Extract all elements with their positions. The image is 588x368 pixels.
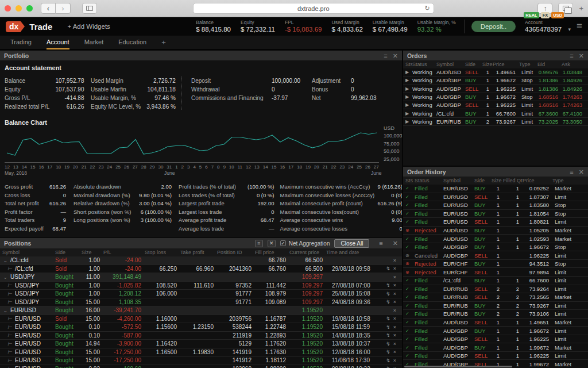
order-history-row[interactable]: ✓ Filled AUD/GBP SELL 1 1 1.96225 Limit (403, 352, 588, 361)
grouped-view-button[interactable]: ✕ (268, 240, 276, 247)
position-row[interactable]: ⌄/CL:cfd Sold 1.00 -24.00 66.760 66.500 … (0, 256, 402, 265)
horizontal-scrollbar[interactable] (404, 366, 512, 367)
expand-row-icon[interactable]: ▶ (405, 119, 412, 124)
new-tab-button[interactable]: + (579, 4, 583, 13)
column-header[interactable]: Sts (405, 178, 415, 183)
position-row[interactable]: ⊢EUR/USD Bought 0.10 -587.00 211919 1.22… (0, 332, 402, 340)
address-bar[interactable]: dxtrade.pro ↻ (193, 3, 434, 14)
expand-row-icon[interactable]: ▶ (405, 102, 412, 108)
reverse-position-icon[interactable]: ↯ (386, 358, 390, 363)
row-expand-icon[interactable]: ⊢ (7, 358, 13, 363)
close-position-icon[interactable]: × (393, 341, 396, 347)
close-position-icon[interactable]: × (393, 332, 396, 338)
order-history-row[interactable]: ✓ Filled EUR/USD BUY 1 1 1.81054 Stop (403, 210, 588, 218)
reverse-position-icon[interactable]: ↯ (386, 349, 390, 355)
column-header[interactable]: Filled Qty (503, 178, 523, 183)
order-history-row[interactable]: ⊗ Rejected EUR/CHF SELL 1 97.9894 Limit (403, 268, 588, 277)
position-row[interactable]: ⊢EUR/USD Sold 15.00 -4,260.00 1.16000 20… (0, 315, 402, 324)
row-expand-icon[interactable]: ⊢ (7, 332, 13, 338)
close-position-icon[interactable]: × (393, 291, 396, 297)
column-header[interactable]: Size (482, 62, 493, 67)
column-header[interactable]: Side (55, 250, 82, 255)
order-row[interactable]: ▶ Working /CL:cfd BUY 1 66.7600 Limit 67… (403, 109, 588, 117)
reverse-position-icon[interactable]: ↯ (386, 291, 390, 297)
order-history-row[interactable]: ✓ Filled EUR/USD SELL 1 1 1.80821 Limit (403, 218, 588, 227)
column-header[interactable]: Sts (405, 62, 412, 67)
reverse-position-icon[interactable]: ↯ (386, 332, 390, 338)
order-row[interactable]: ▶ Working AUD/USD SELL 1 1.49651 Limit 0… (403, 68, 588, 76)
order-history-row[interactable]: ✓ Filled EUR/RUB BUY 2 2 73.9106 Limit (403, 310, 588, 319)
position-row[interactable]: ⌄USD/JPY Bought 11.00 391,148.49 109.297… (0, 273, 402, 282)
order-row[interactable]: ▶ Working AUD/GBP SELL 1 1.96225 Limit 1… (403, 101, 588, 109)
column-header[interactable]: Status (415, 178, 443, 183)
row-expand-icon[interactable]: ⊢ (7, 349, 13, 355)
deposit-button[interactable]: Deposit.. (471, 21, 516, 32)
order-history-row[interactable]: ✓ Filled AUD/GBP SELL 1 1 1.96225 Limit (403, 335, 588, 344)
column-header[interactable]: Price (493, 62, 519, 67)
column-header[interactable]: Symbol (2, 250, 55, 255)
row-expand-icon[interactable]: ⊢ (7, 282, 13, 288)
minimize-window-button[interactable] (16, 5, 22, 12)
position-row[interactable]: ⊢USD/JPY Bought 1.00 -1,025.82 108.520 1… (0, 282, 402, 290)
expand-row-icon[interactable]: ▶ (405, 111, 412, 116)
order-history-row[interactable]: ⊘ Canceled AUD/GBP SELL 1 1.96225 Limit (403, 251, 588, 260)
reverse-position-icon[interactable]: ↯ (386, 366, 390, 368)
order-history-row[interactable]: ✓ Filled AUD/USD BUY 1 1 1.02593 Market (403, 235, 588, 243)
reverse-position-icon[interactable]: ↯ (386, 282, 390, 288)
position-row[interactable]: ⊢EUR/USD Bought 0.10 -572.50 1.15600 1.2… (0, 323, 402, 332)
row-expand-icon[interactable]: ⌄ (2, 308, 8, 313)
position-row[interactable]: ⊢EUR/USD Bought 15.00 -17,250.00 141912 … (0, 356, 402, 365)
order-row[interactable]: ▶ Working AUD/GBP SELL 1 1.96225 Limit 1… (403, 85, 588, 93)
column-header[interactable]: Current price (289, 250, 326, 255)
order-row[interactable]: ▶ Working AUD/GBP BUY 1 1.96672 Stop 1.6… (403, 93, 588, 101)
close-position-icon[interactable]: × (393, 266, 396, 271)
chevron-down-icon[interactable]: ▾ (568, 26, 571, 32)
net-aggregation-checkbox[interactable]: ✓ Net Aggregation (280, 240, 330, 247)
close-position-icon[interactable]: × (393, 358, 396, 363)
zoom-window-button[interactable] (26, 5, 33, 12)
account-selector[interactable]: REALFXUSD Account 4365478397 ▾ (525, 20, 571, 33)
column-header[interactable]: Side (474, 178, 492, 183)
app-logo[interactable]: dx Trade (6, 21, 52, 32)
expand-row-icon[interactable]: ▶ (405, 78, 412, 83)
row-expand-icon[interactable]: ⊢ (7, 316, 13, 321)
panel-menu-icon[interactable]: ≡ (379, 240, 382, 246)
column-header[interactable]: Symbol (436, 62, 465, 67)
expand-row-icon[interactable]: ▶ (405, 70, 412, 75)
order-history-row[interactable]: ✓ Filled EUR/RUB SELL 2 2 73.9264 Limit (403, 285, 588, 294)
order-history-row[interactable]: ⊗ Rejected AUD/USD BUY 1 1.05205 Market (403, 227, 588, 235)
position-row[interactable]: ⊢EUR/USD Bought 14.94 -3,900.00 1.16420 … (0, 340, 402, 348)
column-header[interactable]: Type (519, 62, 537, 67)
reload-icon[interactable]: ↻ (424, 5, 430, 12)
row-expand-icon[interactable]: ⌄ (2, 258, 8, 263)
order-history-row[interactable]: ⊗ Rejected EUR/CHF BUY 1 94.3512 Stop (403, 260, 588, 269)
order-history-row[interactable]: ✓ Filled AUD/USD SELL 1 1 1.49651 Market (403, 319, 588, 327)
reverse-position-icon[interactable]: ↯ (386, 341, 390, 347)
close-position-icon[interactable]: × (393, 316, 396, 321)
close-position-icon[interactable]: × (393, 308, 396, 313)
position-row[interactable]: ⊢EUR/USD Bought 0.02 169.60 103060 1.080… (0, 365, 402, 368)
order-history-row[interactable]: ✓ Filled EUR/RUB SELL 2 2 73.2565 Market (403, 293, 588, 302)
row-expand-icon[interactable]: ⊢ (7, 324, 13, 330)
column-header[interactable]: Price (523, 178, 552, 183)
close-position-icon[interactable]: × (393, 366, 396, 368)
panel-close-icon[interactable]: ✕ (579, 53, 584, 59)
workspace-tab[interactable]: Account (47, 36, 69, 49)
list-view-button[interactable]: ≡ (255, 240, 263, 247)
close-window-button[interactable] (5, 5, 11, 12)
order-history-row[interactable]: ✓ Filled EUR/USD BUY 1 1 0.09252 Market (403, 185, 588, 193)
panel-close-icon[interactable]: ✕ (579, 169, 584, 175)
workspace-tab[interactable]: Market (84, 36, 104, 49)
column-header[interactable]: Position ID (217, 250, 255, 255)
panel-menu-icon[interactable]: ≡ (570, 169, 573, 175)
panel-close-icon[interactable]: ✕ (393, 53, 398, 59)
row-expand-icon[interactable]: ⊢ (7, 299, 13, 305)
panel-menu-icon[interactable]: ≡ (570, 53, 573, 59)
column-header[interactable]: Size (82, 250, 103, 255)
expand-row-icon[interactable]: ▶ (405, 94, 412, 99)
row-expand-icon[interactable]: ⌄ (2, 274, 8, 280)
column-header[interactable]: Take profit (180, 250, 217, 255)
column-header[interactable]: Stop loss (145, 250, 180, 255)
close-position-icon[interactable]: × (393, 349, 396, 355)
position-row[interactable]: ⊢EUR/USD Bought 15.00 -17,250,00 1.16500… (0, 348, 402, 357)
